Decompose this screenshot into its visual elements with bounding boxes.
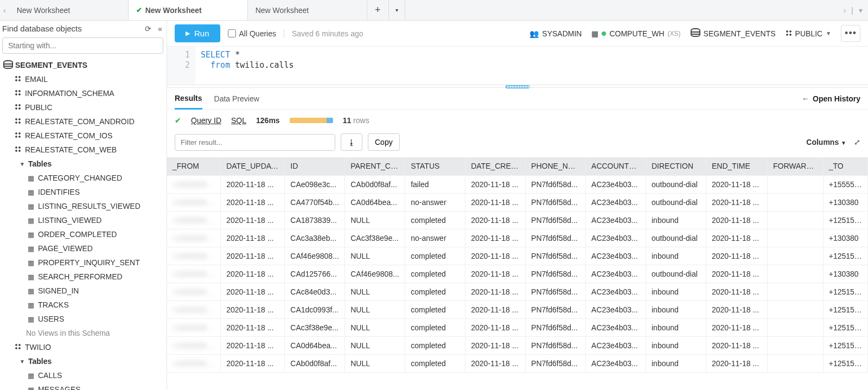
column-header[interactable]: PHONE_NUMBE: [526, 157, 586, 175]
tab-data-preview[interactable]: Data Preview: [214, 89, 259, 108]
column-header[interactable]: _TO: [823, 157, 867, 175]
run-button[interactable]: ▶ Run: [175, 24, 220, 42]
column-header[interactable]: END_TIME: [706, 157, 767, 175]
tab-nav-prev[interactable]: ‹: [0, 0, 9, 20]
context-schema[interactable]: PUBLIC ▼: [786, 29, 831, 38]
more-menu-button[interactable]: •••: [841, 25, 860, 42]
table-label: IDENTIFIES: [38, 188, 80, 196]
cell: PN7fd6f58d...: [526, 301, 586, 318]
cell: completed: [405, 336, 465, 354]
column-header[interactable]: DIRECTION: [646, 157, 706, 175]
tree-schema[interactable]: PUBLIC: [0, 100, 167, 114]
columns-selector[interactable]: Columns ▼: [806, 138, 846, 146]
sql-link[interactable]: SQL: [231, 116, 246, 125]
tree-schema[interactable]: REALESTATE_COM_WEB: [0, 143, 167, 157]
download-button[interactable]: ⭳: [341, 133, 362, 151]
tree-tables-group[interactable]: ▼Tables: [0, 354, 167, 368]
tree-table[interactable]: ▦SIGNED_IN: [0, 284, 167, 298]
tree-table[interactable]: ▦PROPERTY_INQUIRY_SENT: [0, 255, 167, 270]
success-check-icon: ✔: [175, 116, 181, 125]
tree-tables-group[interactable]: ▼Tables: [0, 157, 167, 171]
sql-editor[interactable]: 12 SELECT * from twilio.calls: [167, 47, 868, 85]
cell: 2020-11-18 ...: [465, 301, 526, 318]
tree-table[interactable]: ▦USERS: [0, 312, 167, 326]
context-warehouse[interactable]: ▦ COMPUTE_WH (XS): [591, 29, 680, 38]
tree-table[interactable]: ▦IDENTIFIES: [0, 185, 167, 199]
object-browser-sidebar: Find database objects ⟳ « SEGMENT_EVENTS…: [0, 21, 167, 390]
table-row[interactable]: +1XXXXXXXXX2020-11-18 ...CAe098e3c...CAb…: [167, 175, 868, 193]
tabbar-right-chevron[interactable]: ›: [844, 6, 846, 15]
context-role[interactable]: 👥 SYSADMIN: [529, 29, 582, 38]
cell: [767, 283, 823, 301]
column-header[interactable]: PARENT_CALL_S: [345, 157, 405, 175]
worksheet-tab-label: New Worksheet: [145, 6, 202, 15]
tree-table[interactable]: ▦CATEGORY_CHANGED: [0, 171, 167, 185]
table-icon: ▦: [26, 301, 36, 309]
cell: 2020-11-18 ...: [221, 354, 285, 372]
worksheet-tab[interactable]: New Worksheet: [9, 0, 129, 20]
cell: PN7fd6f58d...: [526, 211, 586, 229]
worksheet-tab[interactable]: ✔New Worksheet: [129, 0, 248, 20]
table-row[interactable]: +1XXXXXXXXX2020-11-18 ...CA0d64bea...NUL…: [167, 336, 868, 354]
expand-results-icon[interactable]: ⤢: [854, 138, 860, 146]
cell: 2020-11-18 ...: [465, 318, 526, 336]
all-queries-toggle[interactable]: All Queries: [228, 29, 276, 38]
tree-schema[interactable]: EMAIL: [0, 72, 167, 86]
tree-schema[interactable]: REALESTATE_COM_IOS: [0, 129, 167, 143]
editor-code[interactable]: SELECT * from twilio.calls: [195, 47, 299, 85]
table-row[interactable]: +1XXXXXXXXX2020-11-18 ...CA4770f54b...CA…: [167, 193, 868, 211]
tree-table[interactable]: ▦LISTING_VIEWED: [0, 213, 167, 227]
tab-dropdown-button[interactable]: ▾: [389, 0, 405, 20]
query-id-link[interactable]: Query ID: [191, 116, 221, 125]
table-row[interactable]: +1XXXXXXXXX2020-11-18 ...CAd125766...CAf…: [167, 265, 868, 283]
cell: 2020-11-18 ...: [221, 211, 285, 229]
table-row[interactable]: +1XXXXXXXXX2020-11-18 ...CAb0d0f8af...NU…: [167, 354, 868, 372]
tree-table[interactable]: ▦SEARCH_PERFORMED: [0, 270, 167, 284]
table-label: USERS: [38, 315, 64, 323]
table-icon: ▦: [26, 372, 36, 380]
cell: +1555555: [823, 175, 867, 193]
tree-database[interactable]: SEGMENT_EVENTS: [0, 58, 167, 72]
refresh-icon[interactable]: ⟳: [145, 24, 151, 33]
tabbar-right-caret[interactable]: ▾: [859, 6, 863, 15]
tree-table[interactable]: ▦MESSAGES: [0, 382, 167, 390]
cell: CAc3a38eb...: [285, 229, 345, 247]
cell: AC23e4b03...: [586, 247, 646, 265]
column-header[interactable]: _FROM: [167, 157, 221, 175]
tab-add-button[interactable]: +: [367, 0, 389, 20]
column-header[interactable]: ID: [285, 157, 345, 175]
open-history-button[interactable]: ← Open History: [802, 94, 860, 103]
tree-table[interactable]: ▦CALLS: [0, 368, 167, 382]
column-header[interactable]: DATE_CREATED: [465, 157, 526, 175]
all-queries-checkbox[interactable]: [228, 29, 236, 37]
table-row[interactable]: +1XXXXXXXXX2020-11-18 ...CA1dc0993f...NU…: [167, 301, 868, 318]
cell: [767, 336, 823, 354]
copy-button[interactable]: Copy: [368, 133, 400, 151]
table-row[interactable]: +1XXXXXXXXX2020-11-18 ...CAc3f38e9e...NU…: [167, 318, 868, 336]
context-database[interactable]: SEGMENT_EVENTS: [691, 28, 776, 39]
database-label: SEGMENT_EVENTS: [704, 29, 776, 38]
tree-table[interactable]: ▦LISTING_RESULTS_VIEWED: [0, 199, 167, 213]
column-header[interactable]: ACCOUNT_SID: [586, 157, 646, 175]
collapse-sidebar-icon[interactable]: «: [158, 24, 162, 33]
object-search-input[interactable]: [2, 37, 163, 54]
filter-results-input[interactable]: [175, 134, 335, 151]
object-tree: SEGMENT_EVENTSEMAILINFORMATION_SCHEMAPUB…: [0, 58, 167, 390]
tree-schema[interactable]: REALESTATE_COM_ANDROID: [0, 114, 167, 129]
table-row[interactable]: +1XXXXXXXXX2020-11-18 ...CA1873839...NUL…: [167, 211, 868, 229]
tree-table[interactable]: ▦TRACKS: [0, 298, 167, 312]
table-row[interactable]: +1XXXXXXXXX2020-11-18 ...CAc84e0d3...NUL…: [167, 283, 868, 301]
column-header[interactable]: STATUS: [405, 157, 465, 175]
tree-table[interactable]: ▦PAGE_VIEWED: [0, 241, 167, 255]
column-header[interactable]: DATE_UPDATED: [221, 157, 285, 175]
play-icon: ▶: [186, 30, 190, 37]
tree-schema[interactable]: INFORMATION_SCHEMA: [0, 86, 167, 100]
tab-results[interactable]: Results: [175, 88, 202, 110]
tree-table[interactable]: ▦ORDER_COMPLETED: [0, 227, 167, 241]
table-row[interactable]: +1XXXXXXXXX2020-11-18 ...CAf46e9808...NU…: [167, 247, 868, 265]
tree-schema[interactable]: TWILIO: [0, 340, 167, 354]
worksheet-tab[interactable]: New Worksheet: [248, 0, 367, 20]
results-grid[interactable]: _FROMDATE_UPDATEDIDPARENT_CALL_SSTATUSDA…: [167, 157, 868, 390]
column-header[interactable]: FORWARDED_FR: [767, 157, 823, 175]
table-row[interactable]: +1XXXXXXXXX2020-11-18 ...CAc3a38eb...CAc…: [167, 229, 868, 247]
